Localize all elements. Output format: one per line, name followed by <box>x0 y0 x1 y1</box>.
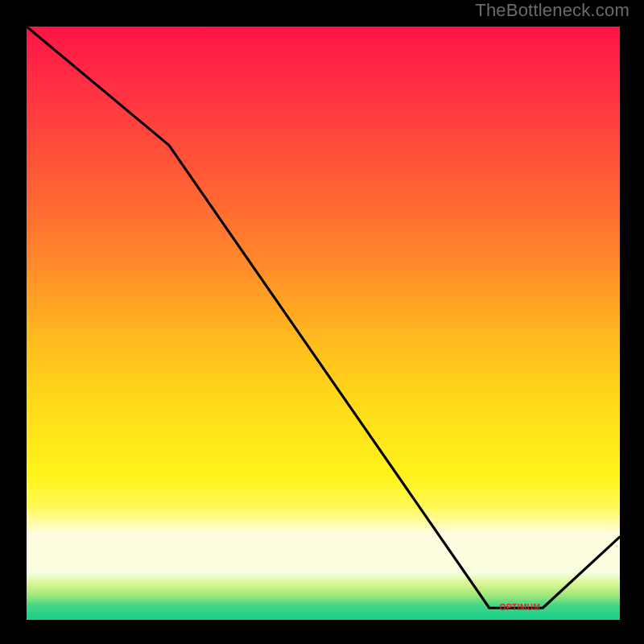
optimum-label: OPTIMUM <box>500 603 541 612</box>
bottleneck-line <box>27 27 620 620</box>
plot-area: OPTIMUM <box>24 24 622 622</box>
chart-frame: TheBottleneck.com OPTIMUM <box>0 0 644 644</box>
watermark-text: TheBottleneck.com <box>475 0 630 21</box>
